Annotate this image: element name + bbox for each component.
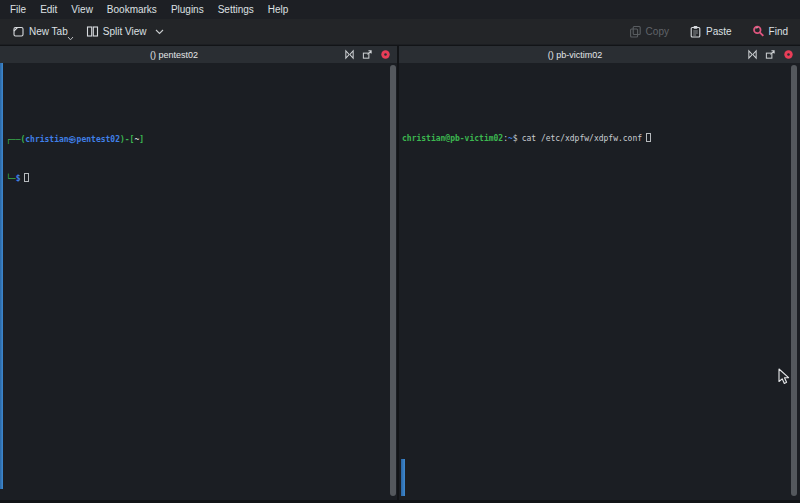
tab-new-icon: [12, 25, 25, 38]
detach-view-icon[interactable]: [361, 48, 374, 61]
shell-prompt-line: christian@pb-victim02:~$cat /etc/xdpfw/x…: [402, 132, 800, 145]
prompt-user-host: christian@pb-victim02: [402, 134, 503, 143]
pane-header-pentest02[interactable]: () pentest02: [0, 46, 397, 63]
menu-bar: File Edit View Bookmarks Plugins Setting…: [0, 0, 800, 19]
pane-title: () pentest02: [5, 50, 343, 60]
paste-label: Paste: [706, 26, 732, 37]
copy-label: Copy: [646, 26, 669, 37]
menu-help[interactable]: Help: [261, 2, 296, 17]
scrollbar[interactable]: [390, 65, 396, 496]
terminal-cursor: [646, 133, 651, 142]
pane-header-controls: [343, 48, 392, 61]
terminal-pane-pb-victim02: () pb-victim02: [399, 46, 800, 500]
menu-view[interactable]: View: [64, 2, 100, 17]
pane-title: () pb-victim02: [404, 50, 746, 60]
detach-view-icon[interactable]: [764, 48, 777, 61]
close-icon[interactable]: [782, 48, 795, 61]
terminal-pb-victim02[interactable]: christian@pb-victim02:~$cat /etc/xdpfw/x…: [399, 63, 800, 500]
prompt-frame: ┌──(: [6, 135, 25, 144]
split-view-button[interactable]: Split View: [81, 22, 170, 41]
prompt-frame: ]: [139, 135, 144, 144]
pane-header-pb-victim02[interactable]: () pb-victim02: [399, 46, 800, 63]
new-tab-button[interactable]: New Tab: [7, 22, 73, 41]
prompt-symbol: $: [16, 174, 21, 183]
find-label: Find: [769, 26, 788, 37]
typed-command: cat /etc/xdpfw/xdpfw.conf: [522, 134, 642, 143]
split-view-label: Split View: [103, 26, 147, 37]
pane-header-controls: [746, 48, 795, 61]
terminal-cursor: [24, 173, 29, 182]
dropdown-arrow-icon[interactable]: [67, 36, 74, 41]
close-icon[interactable]: [379, 48, 392, 61]
terminal-pane-pentest02: () pentest02: [0, 46, 397, 500]
prompt-line-bottom: └─$: [6, 172, 397, 185]
mouse-pointer-icon: [777, 368, 791, 390]
main-toolbar: New Tab Split View Copy: [0, 19, 800, 44]
prompt-user-host: christian㉿pentest02: [25, 135, 120, 144]
copy-icon: [629, 25, 642, 38]
prompt-symbol: $: [513, 134, 518, 143]
new-tab-label: New Tab: [29, 26, 68, 37]
maximize-view-icon[interactable]: [746, 48, 759, 61]
prompt-frame: )-[: [120, 135, 134, 144]
paste-icon: [689, 25, 702, 38]
menu-settings[interactable]: Settings: [211, 2, 261, 17]
find-button[interactable]: Find: [747, 22, 793, 41]
split-container: () pentest02: [0, 45, 800, 503]
copy-button[interactable]: Copy: [624, 22, 674, 41]
maximize-view-icon[interactable]: [343, 48, 356, 61]
terminal-pentest02[interactable]: ┌──(christian㉿pentest02)-[~] └─$: [0, 63, 397, 500]
paste-button[interactable]: Paste: [684, 22, 737, 41]
prompt-frame: └─: [6, 174, 16, 183]
split-view-icon: [86, 25, 99, 38]
chevron-down-icon: [155, 29, 164, 35]
new-output-marker: [0, 63, 3, 489]
menu-bookmarks[interactable]: Bookmarks: [100, 2, 164, 17]
search-icon: [752, 25, 765, 38]
prompt-line-top: ┌──(christian㉿pentest02)-[~]: [6, 133, 397, 146]
menu-file[interactable]: File: [3, 2, 33, 17]
new-output-marker: [401, 459, 405, 496]
menu-edit[interactable]: Edit: [33, 2, 64, 17]
scrollbar[interactable]: [791, 65, 797, 496]
menu-plugins[interactable]: Plugins: [164, 2, 211, 17]
